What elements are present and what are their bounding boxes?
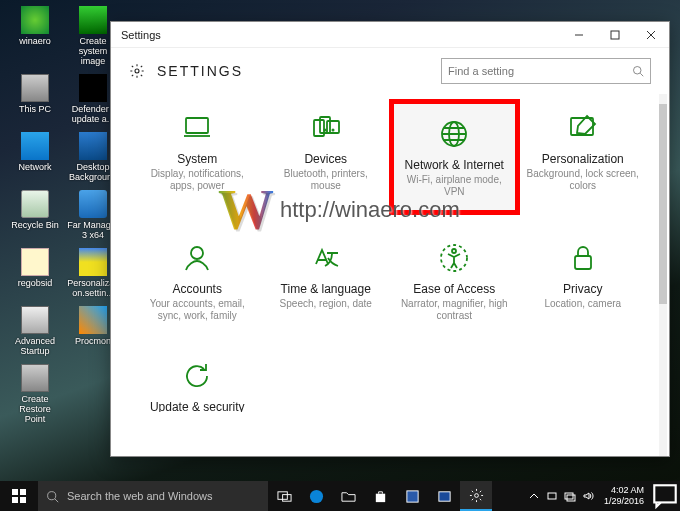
laptop-icon <box>179 110 215 146</box>
settings-grid: System Display, notifications, apps, pow… <box>137 104 643 412</box>
tile-system[interactable]: System Display, notifications, apps, pow… <box>137 104 258 210</box>
lock-icon <box>565 240 601 276</box>
desktop-icon[interactable]: This PC <box>8 74 62 114</box>
desktop-icon[interactable]: Network <box>8 132 62 172</box>
taskbar-clock[interactable]: 4:02 AM 1/29/2016 <box>598 485 650 507</box>
pen-icon <box>565 110 601 146</box>
taskbar-search-placeholder: Search the web and Windows <box>67 490 213 502</box>
taskbar: Search the web and Windows 4:02 AM 1/29/… <box>0 481 680 511</box>
tile-desc: Narrator, magnifier, high contrast <box>398 298 511 322</box>
minimize-button[interactable] <box>561 22 597 48</box>
svg-rect-18 <box>12 497 18 503</box>
svg-rect-19 <box>20 497 26 503</box>
tile-network-internet[interactable]: Network & Internet Wi-Fi, airplane mode,… <box>394 104 515 210</box>
svg-rect-3 <box>186 118 208 133</box>
task-view-button[interactable] <box>268 481 300 511</box>
tile-devices[interactable]: Devices Bluetooth, printers, mouse <box>266 104 387 210</box>
tile-title: Privacy <box>527 282 640 296</box>
icon-label: winaero <box>8 36 62 46</box>
tile-update-security[interactable]: Update & security <box>137 352 258 412</box>
chevron-up-icon[interactable] <box>528 490 540 502</box>
svg-point-12 <box>191 247 203 259</box>
svg-point-1 <box>135 69 139 73</box>
settings-body: System Display, notifications, apps, pow… <box>111 94 669 456</box>
desktop-icon[interactable]: Create Restore Point <box>8 364 62 424</box>
icon-label: This PC <box>8 104 62 114</box>
svg-rect-28 <box>565 493 573 499</box>
volume-icon[interactable] <box>582 490 594 502</box>
tile-desc: Wi-Fi, airplane mode, VPN <box>398 174 511 198</box>
close-button[interactable] <box>633 22 669 48</box>
tile-title: Time & language <box>270 282 383 296</box>
desktop-icon[interactable]: Recycle Bin <box>8 190 62 230</box>
svg-point-26 <box>474 493 478 497</box>
tile-privacy[interactable]: Privacy Location, camera <box>523 234 644 328</box>
tile-title: Personalization <box>527 152 640 166</box>
clock-date: 1/29/2016 <box>604 496 644 507</box>
taskbar-app-word[interactable] <box>396 481 428 511</box>
gear-icon <box>129 63 145 79</box>
tile-personalization[interactable]: Personalization Background, lock screen,… <box>523 104 644 210</box>
search-icon <box>632 65 644 77</box>
svg-point-23 <box>309 489 322 502</box>
svg-point-8 <box>332 129 333 130</box>
scrollbar[interactable] <box>659 94 667 456</box>
start-button[interactable] <box>0 481 38 511</box>
settings-heading: SETTINGS <box>157 63 441 79</box>
desktop-icon[interactable]: regobsid <box>8 248 62 288</box>
svg-point-7 <box>324 129 325 130</box>
tray-icon[interactable] <box>546 490 558 502</box>
taskbar-app-explorer[interactable] <box>332 481 364 511</box>
taskbar-app-settings[interactable] <box>460 481 492 511</box>
tile-desc: Location, camera <box>527 298 640 310</box>
search-placeholder: Find a setting <box>448 65 632 77</box>
tile-ease-of-access[interactable]: Ease of Access Narrator, magnifier, high… <box>394 234 515 328</box>
taskbar-app-edge[interactable] <box>300 481 332 511</box>
window-title: Settings <box>121 29 561 41</box>
tile-title: Accounts <box>141 282 254 296</box>
svg-rect-16 <box>12 489 18 495</box>
svg-rect-17 <box>20 489 26 495</box>
svg-rect-27 <box>548 493 556 499</box>
svg-rect-30 <box>654 485 675 502</box>
tile-desc: Bluetooth, printers, mouse <box>270 168 383 192</box>
desktop: winaero Create system image This PC Defe… <box>6 6 126 432</box>
icon-label: Network <box>8 162 62 172</box>
update-icon <box>179 358 215 394</box>
svg-point-14 <box>452 249 456 253</box>
tile-title: Devices <box>270 152 383 166</box>
svg-point-2 <box>634 67 642 75</box>
svg-point-20 <box>48 491 56 499</box>
icon-label: Create Restore Point <box>8 394 62 424</box>
tile-desc: Speech, region, date <box>270 298 383 310</box>
person-icon <box>179 240 215 276</box>
taskbar-app-store[interactable] <box>364 481 396 511</box>
globe-icon <box>436 116 472 152</box>
settings-window: Settings SETTINGS Find a setting System … <box>110 21 670 457</box>
svg-rect-15 <box>575 256 591 269</box>
action-center-button[interactable] <box>650 481 680 511</box>
tile-title: System <box>141 152 254 166</box>
system-tray[interactable] <box>528 490 598 502</box>
tile-title: Ease of Access <box>398 282 511 296</box>
desktop-icon[interactable]: winaero <box>8 6 62 46</box>
tile-desc: Background, lock screen, colors <box>527 168 640 192</box>
svg-rect-25 <box>438 491 449 500</box>
devices-icon <box>308 110 344 146</box>
icon-label: Advanced Startup <box>8 336 62 356</box>
clock-time: 4:02 AM <box>604 485 644 496</box>
taskbar-app-console[interactable] <box>428 481 460 511</box>
tile-time-language[interactable]: Time & language Speech, region, date <box>266 234 387 328</box>
taskbar-search[interactable]: Search the web and Windows <box>38 481 268 511</box>
svg-rect-0 <box>611 31 619 39</box>
network-icon[interactable] <box>564 490 576 502</box>
tile-accounts[interactable]: Accounts Your accounts, email, sync, wor… <box>137 234 258 328</box>
settings-search[interactable]: Find a setting <box>441 58 651 84</box>
titlebar[interactable]: Settings <box>111 22 669 48</box>
icon-label: Recycle Bin <box>8 220 62 230</box>
tile-desc: Your accounts, email, sync, work, family <box>141 298 254 322</box>
desktop-icon[interactable]: Advanced Startup <box>8 306 62 356</box>
maximize-button[interactable] <box>597 22 633 48</box>
scrollbar-thumb[interactable] <box>659 104 667 304</box>
settings-header: SETTINGS Find a setting <box>111 48 669 94</box>
